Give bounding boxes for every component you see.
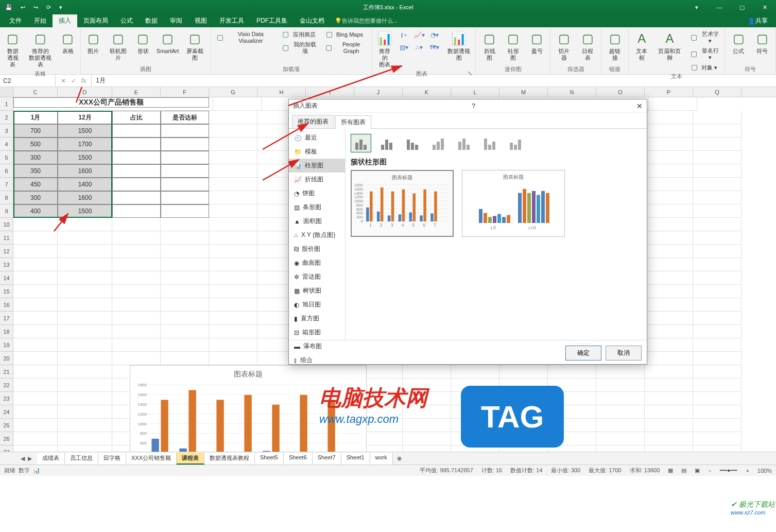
cell-F17[interactable] [161, 312, 209, 325]
sheet-tab-Sheet1[interactable]: Sheet1 [341, 453, 370, 465]
cell-D26[interactable] [58, 432, 112, 445]
cell-P13[interactable] [645, 258, 693, 271]
cell-P10[interactable] [645, 218, 693, 231]
cell-E6[interactable] [112, 164, 161, 178]
cell-M21[interactable] [499, 365, 548, 379]
dialog-help-icon[interactable]: ? [472, 102, 475, 110]
cell-E18[interactable] [112, 325, 161, 338]
row-head-20[interactable]: 20 [0, 352, 13, 365]
close-icon[interactable]: ✕ [753, 0, 776, 14]
chart-category-树状图[interactable]: ▦树状图 [289, 284, 345, 298]
cell-C12[interactable] [13, 245, 58, 258]
cell-E2[interactable]: 占比 [112, 111, 161, 124]
cell-P7[interactable] [645, 178, 693, 191]
cell-E12[interactable] [112, 245, 161, 258]
chart-subtype-2[interactable] [402, 134, 423, 152]
cell-D18[interactable] [58, 325, 112, 338]
view-normal-icon[interactable]: ▦ [668, 467, 673, 474]
chart-category-箱形图[interactable]: ⊟箱形图 [289, 325, 345, 339]
cell-G20[interactable] [209, 352, 257, 365]
cell-P22[interactable] [645, 379, 693, 392]
sheet-tab-work[interactable]: work [370, 453, 393, 465]
sheet-nav-first-icon[interactable]: ◀ [21, 455, 25, 462]
col-head-I[interactable]: I [306, 87, 354, 97]
ribbon-签名行[interactable]: ▢签名行 ▾ [687, 46, 721, 61]
row-head-7[interactable]: 7 [0, 178, 13, 191]
cell-D14[interactable] [58, 271, 112, 285]
ribbon-公式[interactable]: ▢公式 [728, 29, 749, 56]
sheet-tab-XXX公司销售额[interactable]: XXX公司销售额 [126, 453, 177, 465]
cell-C26[interactable] [13, 432, 58, 445]
cell-E5[interactable] [112, 151, 161, 164]
cell-O22[interactable] [596, 379, 645, 392]
chart-category-折线图[interactable]: 📈折线图 [289, 173, 345, 186]
cell-C1[interactable]: XXX公司产品销售额 [13, 97, 209, 108]
sheet-tab-课程表[interactable]: 课程表 [177, 453, 204, 465]
col-head-K[interactable]: K [403, 87, 451, 97]
cell-D8[interactable]: 1600 [58, 191, 112, 204]
chart-type-0[interactable]: ⫿▾ [397, 29, 410, 41]
ribbon-tab-0[interactable]: 文件 [3, 14, 28, 27]
cell-D12[interactable] [58, 245, 112, 258]
row-head-11[interactable]: 11 [0, 231, 13, 245]
cell-C6[interactable]: 350 [13, 164, 58, 178]
qat-more-icon[interactable]: ▾ [59, 4, 62, 11]
cell-O27[interactable] [596, 445, 645, 452]
col-head-P[interactable]: P [645, 87, 693, 97]
ribbon-options-icon[interactable]: ▾ [685, 0, 708, 14]
cell-C27[interactable] [13, 445, 58, 452]
cell-P18[interactable] [645, 325, 693, 338]
cell-P8[interactable] [645, 191, 693, 204]
cell-Q18[interactable] [693, 325, 741, 338]
cell-G12[interactable] [209, 245, 257, 258]
cell-D27[interactable] [58, 445, 112, 452]
view-layout-icon[interactable]: ▤ [681, 467, 686, 474]
cell-F2[interactable]: 是否达标 [161, 111, 209, 124]
row-head-18[interactable]: 18 [0, 325, 13, 338]
row-head-26[interactable]: 26 [0, 432, 13, 445]
ribbon-tab-9[interactable]: PDF工具集 [250, 14, 294, 27]
cell-G15[interactable] [209, 285, 257, 298]
cell-E4[interactable] [112, 138, 161, 151]
chart-type-3[interactable]: ▤▾ [397, 42, 410, 53]
chart-preview-1[interactable]: 图表标题 02004006008001000120014001600180012… [351, 170, 454, 237]
chart-category-直方图[interactable]: ▮直方图 [289, 312, 345, 325]
cell-F18[interactable] [161, 325, 209, 338]
cell-Q8[interactable] [693, 191, 741, 204]
ribbon-折线图[interactable]: ▢折线图 [479, 29, 499, 62]
ribbon-VisioDataVisualizer[interactable]: ▢Visio Data Visualizer [214, 29, 276, 45]
cell-E8[interactable] [112, 191, 161, 204]
cell-C21[interactable] [13, 365, 58, 379]
chart-category-饼图[interactable]: ◔饼图 [289, 186, 345, 200]
cell-Q11[interactable] [693, 231, 741, 245]
cell-Q21[interactable] [693, 365, 741, 379]
col-head-J[interactable]: J [354, 87, 403, 97]
cell-K26[interactable] [403, 432, 451, 445]
cell-E9[interactable] [112, 204, 161, 218]
cell-Q14[interactable] [693, 271, 741, 285]
row-head-6[interactable]: 6 [0, 164, 13, 178]
cell-Q15[interactable] [693, 285, 741, 298]
row-head-21[interactable]: 21 [0, 365, 13, 379]
cell-F8[interactable] [161, 191, 209, 204]
cell-P26[interactable] [645, 432, 693, 445]
cell-O26[interactable] [596, 432, 645, 445]
formula-input[interactable]: 1月 [92, 76, 776, 85]
chart-category-最近[interactable]: 🕘最近 [289, 131, 345, 145]
recommended-charts[interactable]: 📊推荐的图表 [375, 29, 394, 69]
cell-D11[interactable] [58, 231, 112, 245]
cell-P19[interactable] [645, 338, 693, 352]
cell-Q22[interactable] [693, 379, 741, 392]
cell-G10[interactable] [209, 218, 257, 231]
cell-Q6[interactable] [693, 164, 741, 178]
cell-O21[interactable] [596, 365, 645, 379]
ribbon-柱形图[interactable]: ▢柱形图 [503, 29, 524, 62]
cell-D23[interactable] [58, 392, 112, 405]
cell-C4[interactable]: 500 [13, 138, 58, 151]
cell-C7[interactable]: 450 [13, 178, 58, 191]
chart-category-面积图[interactable]: ▲面积图 [289, 214, 345, 228]
ribbon-tab-7[interactable]: 视图 [188, 14, 213, 27]
qat-undo-icon[interactable]: ↩ [21, 4, 25, 11]
cell-P17[interactable] [645, 312, 693, 325]
cell-G7[interactable] [209, 178, 257, 191]
